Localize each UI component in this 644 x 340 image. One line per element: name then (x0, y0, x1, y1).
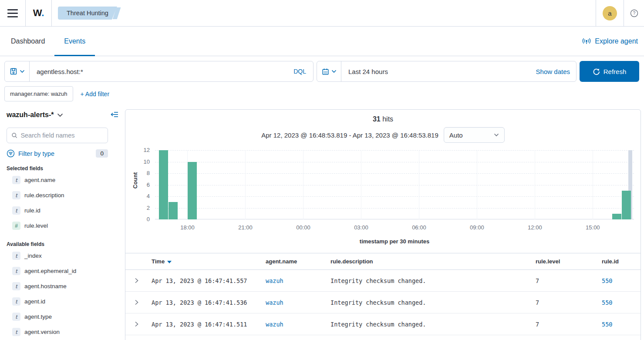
histogram-bar[interactable] (188, 162, 197, 220)
available-fields-list: t _index t agent.ephemeral_id t agent.ho… (7, 248, 108, 340)
breadcrumb: Threat Hunting (58, 0, 119, 26)
cell-agent-name-link[interactable]: wazuh (266, 277, 330, 284)
chevron-down-icon[interactable] (57, 113, 63, 117)
expand-row-button[interactable] (134, 299, 152, 306)
cell-rule-id-link[interactable]: 550 (602, 321, 641, 328)
explore-agent-button[interactable]: Explore agent (582, 27, 644, 56)
add-filter-button[interactable]: + Add filter (81, 91, 110, 98)
x-axis-tick: 12:00 (522, 224, 548, 231)
field-type-icon: t (12, 328, 20, 336)
help-button[interactable]: ? (624, 0, 644, 26)
field-item[interactable]: t agent.id (7, 294, 108, 309)
refresh-button[interactable]: Refresh (580, 61, 639, 82)
column-header-rule-description[interactable]: rule.description (330, 258, 536, 265)
avatar[interactable]: a (603, 6, 617, 20)
field-type-icon: t (12, 297, 20, 306)
filter-count-badge: 0 (96, 149, 108, 158)
column-header-time[interactable]: Time (152, 258, 266, 265)
time-range-subtitle: Apr 12, 2023 @ 16:48:53.819 - Apr 13, 20… (261, 131, 438, 139)
field-item[interactable]: t agent.type (7, 309, 108, 324)
y-axis-tick: 0 (125, 216, 150, 222)
cell-rule-level: 7 (536, 277, 602, 284)
index-pattern-selector[interactable]: wazuh-alerts-* (7, 111, 54, 119)
time-range-value[interactable]: Last 24 hours (341, 61, 530, 81)
collapse-sidebar-icon[interactable] (110, 111, 119, 118)
cell-time: Apr 13, 2023 @ 16:47:41.557 (152, 277, 266, 284)
expand-row-button[interactable] (134, 321, 152, 327)
filter-pill[interactable]: manager.name: wazuh (4, 86, 73, 101)
query-language-button[interactable]: DQL (287, 61, 313, 81)
field-type-icon: t (12, 313, 20, 321)
x-axis-tick: 09:00 (464, 224, 490, 231)
cell-time: Apr 13, 2023 @ 16:47:41.511 (152, 321, 266, 328)
quick-select-button[interactable] (317, 61, 341, 81)
user-menu[interactable]: a (596, 0, 624, 26)
breadcrumb-badge[interactable]: Threat Hunting (58, 7, 117, 20)
show-dates-button[interactable]: Show dates (530, 61, 576, 81)
cell-rule-id-link[interactable]: 550 (602, 299, 641, 306)
cell-agent-name-link[interactable]: wazuh (266, 321, 330, 328)
y-axis-tick: 4 (125, 193, 150, 199)
table-row: Apr 13, 2023 @ 16:47:41.511 wazuh Integr… (125, 313, 641, 335)
histogram-bar[interactable] (612, 214, 621, 219)
filter-in-circle-icon (7, 149, 15, 158)
x-axis-tick: 06:00 (406, 224, 432, 231)
hits-count: 31 hits (125, 110, 641, 123)
column-header-rule-level[interactable]: rule.level (536, 258, 602, 265)
histogram-bar[interactable] (159, 150, 168, 219)
expand-row-icon (134, 321, 139, 327)
field-item[interactable]: t agent.version (7, 324, 108, 340)
calendar-icon (322, 68, 329, 75)
results-panel: 31 hits Apr 12, 2023 @ 16:48:53.819 - Ap… (125, 109, 641, 340)
menu-button[interactable] (0, 0, 26, 26)
filter-bar: manager.name: wazuh + Add filter (0, 82, 644, 107)
histogram-bar[interactable] (622, 191, 631, 219)
field-item[interactable]: t _index (7, 248, 108, 263)
search-icon (11, 132, 17, 139)
search-query-input[interactable] (30, 61, 287, 81)
field-item[interactable]: t agent.hostname (7, 279, 108, 294)
chevron-down-icon (20, 70, 25, 73)
field-search-input[interactable] (20, 132, 103, 139)
x-axis-tick: 18:00 (174, 224, 200, 231)
selected-fields-heading: Selected fields (7, 165, 108, 172)
field-type-icon: t (12, 191, 20, 199)
tab-events[interactable]: Events (54, 27, 95, 56)
cell-rule-level: 7 (536, 299, 602, 306)
query-bar: DQL Last 24 hours Show dates (0, 56, 644, 82)
filter-by-type-button[interactable]: Filter by type 0 (7, 149, 108, 158)
field-item[interactable]: t agent.name (7, 172, 108, 188)
field-type-icon: t (12, 267, 20, 275)
table-row: Apr 13, 2023 @ 16:47:41.536 wazuh Integr… (125, 292, 641, 313)
expand-row-button[interactable] (134, 277, 152, 284)
histogram-plot-area[interactable] (155, 150, 634, 219)
refresh-icon (593, 68, 600, 75)
histogram-bar[interactable] (169, 202, 178, 219)
cell-rule-id-link[interactable]: 550 (602, 277, 641, 284)
column-header-rule-id[interactable]: rule.id (602, 258, 641, 265)
tab-dashboard[interactable]: Dashboard (1, 27, 54, 56)
column-header-agent-name[interactable]: agent.name (266, 258, 330, 265)
histogram-interval-select[interactable]: Auto (444, 127, 505, 143)
field-type-icon: t (12, 206, 20, 215)
field-type-icon: t (12, 282, 20, 290)
chevron-down-icon (494, 133, 499, 137)
field-item[interactable]: # rule.level (7, 218, 108, 233)
saved-queries-button[interactable] (5, 61, 30, 81)
field-item[interactable]: t agent.ephemeral_id (7, 263, 108, 279)
field-type-icon: # (12, 222, 20, 230)
field-item[interactable]: t rule.id (7, 203, 108, 218)
selected-fields-list: t agent.name t rule.description t rule.i… (7, 172, 108, 233)
histogram-chart[interactable]: Count 02468101218:0021:0000:0003:0006:00… (125, 150, 641, 233)
date-picker: Last 24 hours Show dates (317, 61, 577, 82)
field-item[interactable]: t rule.description (7, 188, 108, 203)
app-logo[interactable]: W. (26, 0, 52, 26)
cell-agent-name-link[interactable]: wazuh (266, 299, 330, 306)
field-type-icon: t (12, 176, 20, 184)
cell-rule-description: Integrity checksum changed. (330, 277, 536, 284)
table-body: Apr 13, 2023 @ 16:47:41.557 wazuh Integr… (125, 270, 641, 335)
available-fields-heading: Available fields (7, 241, 108, 247)
table-row: Apr 13, 2023 @ 16:47:41.557 wazuh Integr… (125, 270, 641, 292)
y-axis-tick: 12 (125, 147, 150, 153)
cell-rule-level: 7 (536, 321, 602, 328)
